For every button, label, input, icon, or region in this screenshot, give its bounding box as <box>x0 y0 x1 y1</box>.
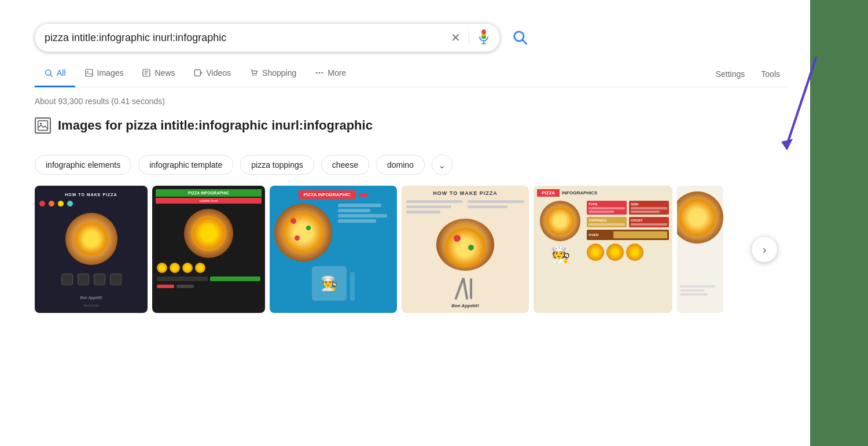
images-section-header: Images for pizza intitle:infographic inu… <box>35 117 787 144</box>
search-bar: ✕ <box>35 23 532 52</box>
search-icons: ✕ <box>451 30 490 46</box>
svg-rect-1 <box>482 30 486 34</box>
tab-news[interactable]: News <box>133 61 184 87</box>
svg-line-9 <box>50 75 52 76</box>
tab-shopping-label: Shopping <box>262 68 296 78</box>
image-card-4[interactable]: HOW TO MAKE PIZZA <box>402 186 529 313</box>
svg-line-7 <box>523 40 526 43</box>
filter-chips: infographic elements infographic templat… <box>35 154 787 175</box>
chip-infographic-template[interactable]: infographic template <box>138 155 233 175</box>
tab-all[interactable]: All <box>35 61 75 87</box>
next-image-button[interactable]: › <box>751 236 778 263</box>
search-input-container: ✕ <box>35 23 500 52</box>
svg-rect-3 <box>482 36 486 38</box>
chip-cheese[interactable]: cheese <box>321 155 369 175</box>
image-card-6[interactable] <box>677 186 723 313</box>
svg-point-21 <box>319 72 321 74</box>
svg-point-18 <box>252 75 253 76</box>
results-count: About 93,300 results (0.41 seconds) <box>35 97 787 106</box>
clear-icon[interactable]: ✕ <box>451 31 461 45</box>
tab-videos[interactable]: Videos <box>185 61 241 87</box>
image-card-1[interactable]: HOW TO MAKE PIZZA <box>35 186 148 313</box>
chip-domino[interactable]: domino <box>376 155 425 175</box>
image-grid-wrapper: HOW TO MAKE PIZZA <box>35 186 787 313</box>
svg-point-20 <box>316 72 318 74</box>
shopping-tab-icon <box>249 68 259 78</box>
image-card-5[interactable]: PIZZA INFOGRAPHICS 🧑‍🍳 <box>534 186 672 313</box>
image-grid: HOW TO MAKE PIZZA <box>35 186 787 313</box>
mic-icon[interactable] <box>477 30 490 46</box>
svg-rect-23 <box>38 121 48 131</box>
images-header-inner[interactable]: Images for pizza intitle:infographic inu… <box>35 117 373 134</box>
right-sidebar <box>810 0 868 446</box>
tab-news-label: News <box>155 68 175 78</box>
search-icon <box>512 29 528 45</box>
chevron-down-icon: ⌄ <box>438 160 446 171</box>
tab-more[interactable]: More <box>306 61 355 87</box>
svg-point-24 <box>40 123 42 124</box>
svg-point-22 <box>322 72 323 74</box>
news-tab-icon <box>142 68 151 78</box>
image-tab-icon <box>84 68 94 78</box>
tab-more-label: More <box>328 68 346 78</box>
svg-marker-17 <box>201 71 202 74</box>
tab-images-label: Images <box>97 68 124 78</box>
arrow-annotation <box>775 46 827 162</box>
images-section-title: Images for pizza intitle:infographic inu… <box>58 118 373 133</box>
settings-link[interactable]: Settings <box>709 62 752 86</box>
chevron-right-icon: › <box>763 243 767 256</box>
svg-point-11 <box>87 71 88 72</box>
search-tab-icon <box>44 68 53 78</box>
tab-images[interactable]: Images <box>75 61 133 87</box>
search-input[interactable] <box>45 32 451 44</box>
image-card-2[interactable]: PIZZA INFOGRAPHIC subtitle here <box>152 186 265 313</box>
videos-tab-icon <box>194 68 203 78</box>
chip-infographic-elements[interactable]: infographic elements <box>35 155 131 175</box>
svg-marker-25 <box>781 139 793 150</box>
search-button[interactable] <box>507 24 532 51</box>
image-section-icon <box>35 117 51 134</box>
svg-point-19 <box>255 75 256 76</box>
tab-videos-label: Videos <box>207 68 231 78</box>
dots-tab-icon <box>315 68 324 78</box>
expand-chips-button[interactable]: ⌄ <box>432 154 453 175</box>
divider <box>469 31 469 45</box>
svg-rect-16 <box>194 70 200 76</box>
image-card-3[interactable]: PIZZA INFOGRAPHIC <box>270 186 397 313</box>
chip-pizza-toppings[interactable]: pizza toppings <box>240 155 314 175</box>
nav-tabs: All Images News <box>35 61 787 87</box>
tab-shopping[interactable]: Shopping <box>240 61 306 87</box>
svg-rect-10 <box>86 69 93 76</box>
tab-all-label: All <box>57 68 66 78</box>
